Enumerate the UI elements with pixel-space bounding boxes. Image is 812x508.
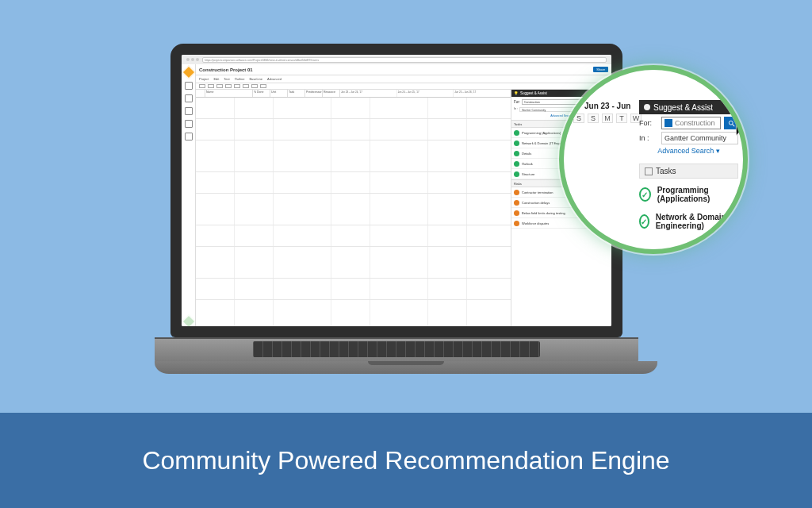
share-button[interactable]: Sha	[716, 81, 745, 95]
tab-text[interactable]: Text	[224, 77, 229, 81]
rail-item-5[interactable]	[185, 133, 193, 140]
rail-footer-icon	[182, 315, 195, 326]
caption-bar: Community Powered Recommendation Engine	[0, 413, 812, 508]
status-icon	[514, 140, 519, 146]
toolbar-btn[interactable]	[208, 84, 214, 88]
zoom-callout: Sha Jun 23 - Jun SSMTW Suggest & Assist …	[559, 65, 748, 254]
rail-item-1[interactable]	[185, 82, 193, 90]
tasks-section-header: Tasks	[639, 164, 738, 179]
status-icon	[514, 171, 519, 177]
laptop-base	[155, 361, 657, 374]
laptop-keyboard	[155, 337, 638, 363]
suggested-task[interactable]: ✓ Programming (Applications)	[639, 186, 738, 203]
filter-icon	[665, 119, 672, 127]
toolbar-btn[interactable]	[243, 84, 249, 88]
in-label: In :	[514, 107, 518, 112]
toolbar-btn[interactable]	[234, 84, 240, 88]
for-input[interactable]: Construction	[661, 117, 721, 129]
tab-advanced[interactable]: Advanced	[267, 77, 282, 81]
share-button[interactable]: Share	[593, 67, 608, 72]
url-bar[interactable]: https://projectcompanion.software.com/Pr…	[202, 57, 607, 63]
status-icon	[514, 200, 519, 206]
app-window: https://projectcompanion.software.com/Pr…	[182, 55, 611, 326]
day-headers: SSMTW	[573, 114, 642, 123]
in-input[interactable]: Gantter Community	[661, 132, 738, 144]
search-icon	[728, 120, 735, 127]
toolbar-btn[interactable]	[199, 84, 205, 88]
toolbar-btn[interactable]	[251, 84, 258, 88]
status-icon	[514, 221, 519, 226]
left-icon-rail	[182, 64, 196, 326]
check-ring-icon: ✓	[639, 214, 649, 229]
tab-project[interactable]: Project	[199, 77, 209, 81]
for-label: For:	[514, 100, 520, 104]
window-controls	[186, 58, 199, 61]
for-label: For:	[639, 119, 658, 127]
tab-outline[interactable]: Outline	[235, 77, 245, 81]
caption-text: Community Powered Recommendation Engine	[142, 446, 669, 475]
status-icon	[514, 151, 519, 156]
cursor-icon	[735, 124, 746, 138]
advanced-search-link[interactable]: Advanced Search ▾	[639, 147, 738, 155]
laptop-illustration: https://projectcompanion.software.com/Pr…	[155, 44, 638, 375]
svg-point-0	[729, 121, 733, 125]
toolbar	[196, 83, 611, 90]
status-icon	[514, 210, 519, 216]
week-range-label: Jun 23 - Jun	[584, 102, 630, 110]
in-label: In :	[639, 134, 658, 142]
toolbar-btn[interactable]	[216, 84, 223, 88]
grid-header: Name % Done Unit Task Predecessor Resour…	[196, 90, 511, 98]
bulb-icon: 💡	[514, 91, 519, 95]
check-ring-icon: ✓	[639, 187, 651, 202]
status-icon	[514, 190, 519, 195]
bulb-icon	[644, 104, 650, 110]
rail-item-2[interactable]	[185, 94, 193, 102]
app-logo-icon	[182, 66, 195, 79]
gantt-grid[interactable]: Name % Done Unit Task Predecessor Resour…	[196, 90, 511, 326]
rail-item-3[interactable]	[185, 107, 193, 115]
laptop-lid: https://projectcompanion.software.com/Pr…	[170, 44, 622, 337]
assist-header: Suggest & Assist ✕	[639, 100, 743, 114]
grid-body[interactable]	[196, 98, 511, 326]
toolbar-btn[interactable]	[260, 84, 266, 88]
toolbar-btn[interactable]	[225, 84, 232, 88]
tab-edit[interactable]: Edit	[213, 77, 219, 81]
suggested-task[interactable]: ✓ Network & Domain (IT Engineering)	[639, 213, 738, 230]
close-icon[interactable]: ✕	[732, 103, 738, 112]
project-title: Construction Project 01	[199, 67, 253, 72]
edit-icon	[645, 167, 653, 175]
svg-line-1	[732, 124, 734, 126]
tab-baseline[interactable]: BaseLine	[249, 77, 262, 81]
status-icon	[514, 161, 519, 167]
rail-item-4[interactable]	[185, 120, 193, 128]
status-icon	[514, 130, 519, 136]
browser-chrome: https://projectcompanion.software.com/Pr…	[182, 55, 611, 64]
menu-tabs: Project Edit Text Outline BaseLine Advan…	[196, 75, 611, 83]
